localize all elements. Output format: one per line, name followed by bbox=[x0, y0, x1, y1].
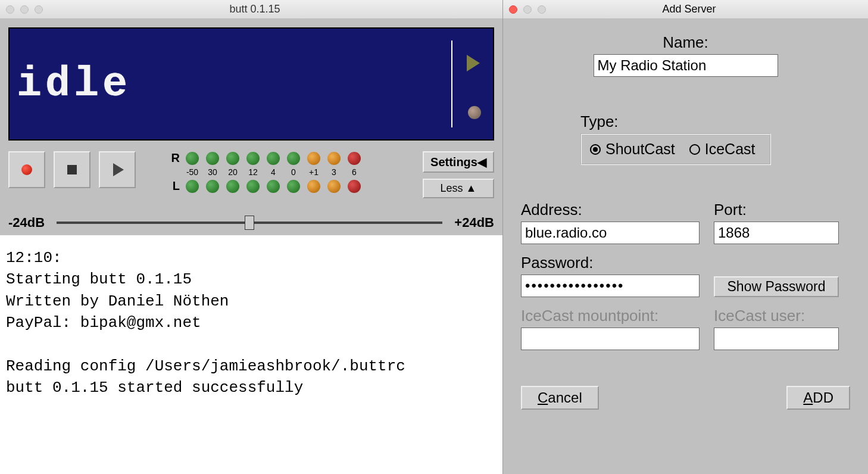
address-label: Address: bbox=[521, 201, 700, 219]
icecast-user-group: IceCast user: bbox=[714, 307, 839, 350]
led-icon bbox=[307, 180, 320, 193]
name-label: Name: bbox=[663, 33, 708, 52]
icecast-user-input[interactable] bbox=[714, 328, 839, 350]
port-input[interactable] bbox=[714, 222, 839, 244]
radio-icon[interactable] bbox=[689, 144, 700, 155]
maximize-icon[interactable] bbox=[538, 5, 546, 14]
lcd-status-text: idle bbox=[17, 61, 131, 108]
led-icon bbox=[267, 152, 280, 165]
password-input[interactable] bbox=[521, 275, 700, 297]
gain-max-label: +24dB bbox=[454, 215, 494, 230]
scale-tick: -50 bbox=[186, 167, 199, 177]
lcd-display: idle bbox=[8, 27, 494, 141]
led-icon bbox=[287, 180, 300, 193]
address-input[interactable] bbox=[521, 222, 700, 244]
gain-slider-row: -24dB +24dB bbox=[8, 215, 494, 230]
name-input[interactable] bbox=[594, 54, 778, 77]
record-indicator-icon bbox=[468, 106, 481, 119]
traffic-lights bbox=[6, 5, 43, 14]
led-icon bbox=[186, 152, 199, 165]
dialog-titlebar: Add Server bbox=[503, 0, 868, 19]
led-icon bbox=[348, 152, 361, 165]
led-icon bbox=[246, 180, 260, 193]
add-button[interactable]: ADD bbox=[786, 386, 850, 410]
stop-icon bbox=[67, 165, 77, 174]
scale-tick: 3 bbox=[327, 167, 341, 177]
close-icon[interactable] bbox=[6, 5, 14, 14]
minimize-icon[interactable] bbox=[523, 5, 532, 14]
password-label: Password: bbox=[521, 254, 700, 272]
play-button[interactable] bbox=[99, 151, 136, 188]
log-output: 12:10: Starting butt 0.1.15 Written by D… bbox=[0, 235, 502, 474]
main-window-title: butt 0.1.15 bbox=[49, 3, 461, 15]
port-group: Port: bbox=[714, 201, 839, 244]
meter-scale: -50 30 20 12 4 0 +1 3 6 bbox=[186, 167, 414, 177]
led-icon bbox=[226, 152, 239, 165]
controls-row: R -50 30 20 bbox=[8, 151, 494, 198]
led-icon bbox=[348, 180, 361, 193]
led-icon bbox=[206, 180, 219, 193]
dialog-buttons: Cancel ADD bbox=[521, 386, 850, 410]
add-server-dialog: Add Server Name: Type: ShoutCast IceCast bbox=[502, 0, 868, 474]
led-icon bbox=[267, 180, 280, 193]
maximize-icon[interactable] bbox=[35, 5, 43, 14]
scale-tick: 20 bbox=[226, 167, 239, 177]
name-group: Name: bbox=[521, 33, 850, 77]
meter-right-label: R bbox=[168, 151, 180, 165]
minimize-icon[interactable] bbox=[20, 5, 29, 14]
type-group: Type: ShoutCast IceCast bbox=[580, 113, 850, 165]
mountpoint-input[interactable] bbox=[521, 328, 700, 350]
scale-tick: 4 bbox=[267, 167, 280, 177]
traffic-lights bbox=[509, 5, 546, 14]
led-icon bbox=[246, 152, 260, 165]
led-icon bbox=[186, 180, 199, 193]
led-icon bbox=[307, 152, 320, 165]
gain-min-label: -24dB bbox=[8, 215, 45, 230]
less-button[interactable]: Less ▲ bbox=[423, 179, 494, 198]
led-icon bbox=[327, 180, 341, 193]
meter-left-label: L bbox=[168, 179, 180, 193]
radio-shoutcast[interactable]: ShoutCast bbox=[590, 141, 675, 158]
led-icon bbox=[287, 152, 300, 165]
radio-shoutcast-label: ShoutCast bbox=[605, 141, 675, 158]
password-group: Password: bbox=[521, 254, 700, 297]
type-box: ShoutCast IceCast bbox=[580, 133, 771, 165]
dialog-title: Add Server bbox=[552, 3, 826, 15]
side-buttons: Settings◀ Less ▲ bbox=[423, 151, 494, 198]
icecast-user-label: IceCast user: bbox=[714, 307, 839, 325]
mountpoint-label: IceCast mountpoint: bbox=[521, 307, 700, 325]
dialog-body: Name: Type: ShoutCast IceCast Address: bbox=[503, 19, 868, 474]
gain-slider[interactable] bbox=[57, 222, 442, 224]
led-icon bbox=[226, 180, 239, 193]
record-icon bbox=[21, 164, 32, 175]
settings-button[interactable]: Settings◀ bbox=[423, 151, 494, 173]
show-password-group: Show Password bbox=[714, 254, 839, 297]
close-icon[interactable] bbox=[509, 5, 517, 14]
vu-meter: R -50 30 20 bbox=[168, 151, 414, 193]
main-panel: idle R bbox=[0, 19, 502, 235]
slider-thumb-icon[interactable] bbox=[245, 216, 254, 230]
port-label: Port: bbox=[714, 201, 839, 219]
radio-icecast[interactable]: IceCast bbox=[689, 141, 755, 158]
cancel-button[interactable]: Cancel bbox=[521, 386, 599, 410]
stop-button[interactable] bbox=[54, 151, 90, 188]
address-group: Address: bbox=[521, 201, 700, 244]
scale-tick: +1 bbox=[307, 167, 320, 177]
record-button[interactable] bbox=[8, 151, 45, 188]
meter-left-leds bbox=[186, 180, 361, 193]
scale-tick: 0 bbox=[287, 167, 300, 177]
scale-tick: 12 bbox=[246, 167, 260, 177]
scale-tick: 6 bbox=[348, 167, 361, 177]
mountpoint-group: IceCast mountpoint: bbox=[521, 307, 700, 350]
radio-icon[interactable] bbox=[590, 144, 601, 155]
play-indicator-icon bbox=[467, 55, 480, 71]
radio-icecast-label: IceCast bbox=[705, 141, 755, 158]
main-window: butt 0.1.15 idle R bbox=[0, 0, 502, 474]
led-icon bbox=[327, 152, 341, 165]
lcd-divider bbox=[451, 40, 452, 127]
scale-tick: 30 bbox=[206, 167, 219, 177]
show-password-button[interactable]: Show Password bbox=[714, 276, 839, 297]
type-label: Type: bbox=[580, 113, 850, 131]
main-titlebar: butt 0.1.15 bbox=[0, 0, 502, 19]
led-icon bbox=[206, 152, 219, 165]
